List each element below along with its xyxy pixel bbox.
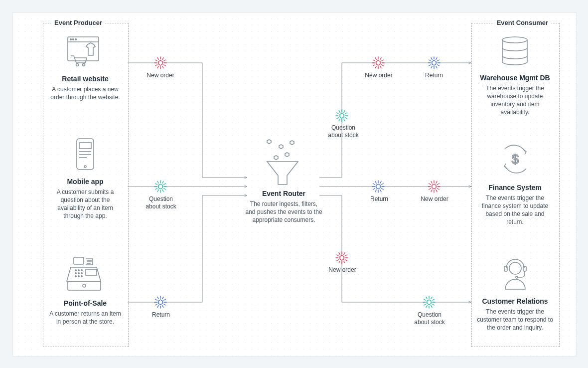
svg-point-36 (509, 262, 521, 274)
svg-line-88 (339, 111, 340, 113)
svg-line-146 (345, 260, 347, 261)
warehouse-desc: The events trigger the warehouse to upda… (476, 84, 554, 117)
svg-line-103 (380, 58, 381, 60)
svg-line-85 (337, 118, 339, 119)
svg-line-51 (162, 58, 163, 60)
svg-line-143 (437, 184, 439, 184)
svg-line-104 (381, 60, 383, 61)
svg-point-24 (81, 273, 82, 274)
spark-icon (372, 56, 385, 69)
svg-line-160 (431, 305, 432, 307)
cr-node: Customer Relations The events trigger th… (476, 255, 554, 332)
svg-rect-38 (523, 266, 526, 271)
svg-line-72 (155, 304, 157, 305)
svg-line-113 (429, 60, 431, 61)
svg-line-111 (429, 65, 431, 66)
svg-point-21 (81, 270, 82, 271)
warehouse-title: Warehouse Mgmt DB (476, 74, 554, 82)
svg-point-12 (84, 166, 86, 168)
svg-rect-13 (74, 257, 84, 264)
svg-line-139 (429, 184, 431, 184)
event-router-desc: The router ingests, filters, and pushes … (245, 200, 322, 224)
svg-marker-33 (274, 156, 278, 160)
svg-marker-31 (290, 141, 294, 145)
svg-line-94 (381, 65, 383, 66)
svg-line-150 (337, 260, 339, 261)
svg-line-64 (162, 182, 163, 184)
svg-line-74 (155, 299, 157, 300)
svg-marker-40 (158, 60, 162, 65)
svg-line-156 (345, 255, 347, 256)
svg-line-65 (163, 184, 165, 184)
svg-point-4 (75, 39, 77, 40)
svg-line-134 (436, 189, 437, 191)
cr-title: Customer Relations (476, 297, 554, 306)
svg-line-59 (155, 188, 157, 189)
event-label: New order (415, 195, 454, 203)
database-icon (476, 33, 554, 72)
cr-desc: The events trigger the customer team to … (476, 308, 554, 332)
svg-line-155 (344, 253, 345, 255)
svg-rect-28 (86, 269, 97, 275)
retail-website-icon (48, 33, 123, 73)
svg-line-55 (163, 188, 165, 189)
svg-point-19 (75, 270, 76, 271)
svg-line-149 (339, 261, 340, 263)
svg-line-81 (345, 118, 347, 119)
cash-register-icon (48, 254, 123, 297)
svg-point-22 (75, 273, 76, 274)
event-label: Question about stock (139, 195, 183, 210)
svg-rect-8 (79, 143, 91, 149)
svg-line-110 (431, 66, 432, 68)
event-label: New order (141, 72, 180, 79)
svg-line-126 (373, 184, 375, 184)
svg-line-120 (381, 188, 383, 189)
svg-line-108 (436, 66, 437, 68)
event-label: Return (144, 311, 178, 319)
svg-line-153 (339, 253, 340, 255)
svg-point-6 (83, 64, 85, 66)
svg-point-39 (516, 276, 518, 278)
svg-line-169 (432, 299, 434, 300)
svg-line-97 (375, 66, 376, 68)
svg-line-45 (157, 66, 158, 68)
spark-icon (372, 180, 385, 193)
svg-rect-37 (504, 266, 507, 271)
retail-website-node: Retail website A customer places a new o… (48, 33, 123, 101)
svg-marker-53 (158, 184, 162, 189)
svg-point-34 (502, 37, 527, 43)
svg-point-5 (76, 64, 79, 66)
svg-line-71 (157, 305, 158, 307)
warehouse-node: Warehouse Mgmt DB The events trigger the… (476, 33, 554, 117)
svg-line-165 (424, 299, 426, 300)
pos-title: Point-of-Sale (48, 299, 123, 308)
svg-point-23 (78, 273, 79, 274)
svg-line-42 (163, 65, 165, 66)
diagram-canvas: Event Producer Event Consumer (12, 12, 577, 357)
svg-line-58 (157, 189, 158, 191)
mobile-app-title: Mobile app (48, 178, 123, 186)
spark-icon (335, 109, 348, 122)
svg-line-48 (155, 60, 157, 61)
pos-desc: A customer returns an item in person at … (48, 310, 123, 326)
svg-line-84 (339, 119, 340, 121)
svg-line-152 (337, 255, 339, 256)
svg-text:$: $ (512, 152, 519, 167)
svg-line-136 (431, 189, 432, 191)
svg-line-159 (432, 304, 434, 305)
svg-rect-0 (68, 37, 99, 61)
headset-person-icon (476, 255, 554, 295)
svg-point-27 (81, 276, 82, 277)
svg-line-68 (163, 304, 165, 305)
svg-rect-17 (68, 281, 101, 290)
svg-line-168 (431, 297, 432, 299)
svg-line-101 (375, 58, 376, 60)
svg-line-123 (375, 189, 376, 191)
svg-line-142 (436, 182, 437, 184)
svg-line-130 (381, 184, 383, 184)
svg-line-61 (155, 184, 157, 184)
svg-line-78 (163, 299, 165, 300)
mobile-app-desc: A customer submits a question about the … (48, 188, 123, 220)
svg-point-26 (78, 276, 79, 277)
svg-line-91 (345, 113, 347, 114)
